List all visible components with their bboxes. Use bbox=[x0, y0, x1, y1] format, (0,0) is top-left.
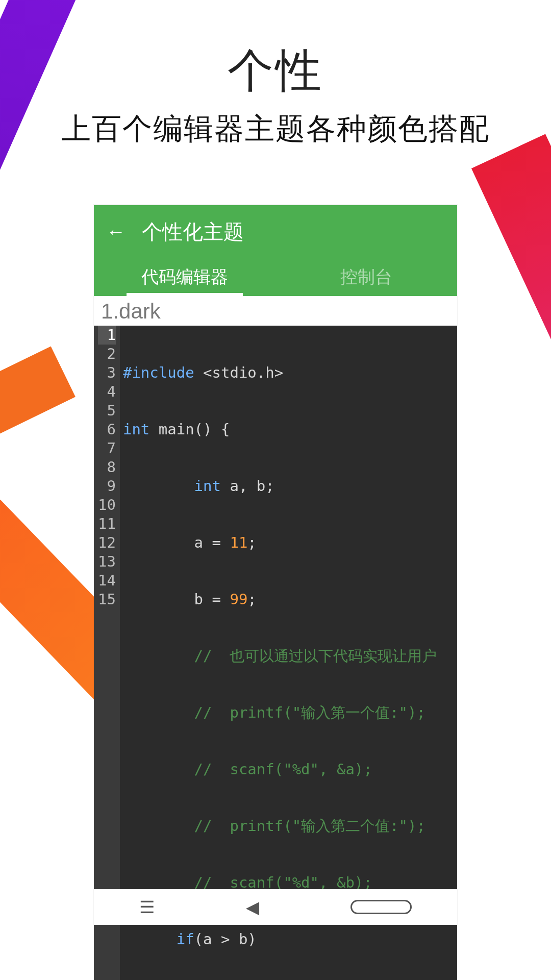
tab-code-editor[interactable]: 代码编辑器 bbox=[94, 258, 276, 296]
theme-tabs: 代码编辑器 控制台 bbox=[94, 258, 457, 296]
decorative-bar-redpink bbox=[471, 134, 551, 723]
tab-console[interactable]: 控制台 bbox=[276, 258, 457, 296]
theme-preview-dark[interactable]: 1.dark 1 2 3 4 5 6 7 8 9 10 11 12 13 14 … bbox=[94, 296, 457, 980]
app-bar: ← 个性化主题 代码编辑器 控制台 bbox=[94, 205, 457, 296]
headline-title: 个性 bbox=[0, 40, 551, 102]
headline-subtitle: 上百个编辑器主题各种颜色搭配 bbox=[0, 109, 551, 149]
tab-console-label: 控制台 bbox=[340, 265, 392, 289]
android-nav-bar: ☰ ◀ bbox=[94, 889, 457, 925]
tab-code-editor-label: 代码编辑器 bbox=[141, 265, 228, 289]
code-source: #include <stdio.h> int main() { int a, b… bbox=[120, 326, 457, 980]
theme-label-dark: 1.dark bbox=[94, 296, 457, 326]
nav-menu-icon[interactable]: ☰ bbox=[139, 897, 155, 917]
back-icon[interactable]: ← bbox=[106, 221, 126, 243]
code-block-dark: 1 2 3 4 5 6 7 8 9 10 11 12 13 14 15 #inc… bbox=[94, 326, 457, 980]
marketing-headline: 个性 上百个编辑器主题各种颜色搭配 bbox=[0, 40, 551, 149]
nav-back-icon[interactable]: ◀ bbox=[246, 897, 259, 917]
line-gutter: 1 2 3 4 5 6 7 8 9 10 11 12 13 14 15 bbox=[94, 326, 120, 980]
app-screenshot-frame: ← 个性化主题 代码编辑器 控制台 1.dark 1 2 3 4 5 6 7 8… bbox=[94, 205, 457, 925]
decorative-bar-orange-left bbox=[0, 347, 76, 491]
appbar-title: 个性化主题 bbox=[142, 218, 244, 246]
nav-home-pill[interactable] bbox=[350, 900, 412, 914]
